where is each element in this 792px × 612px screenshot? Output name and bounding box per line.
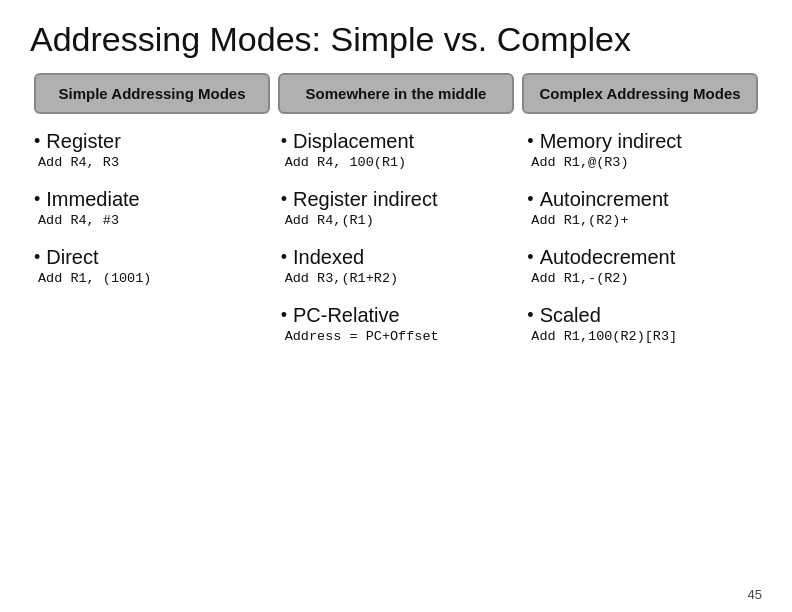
entry-autoincrement: • AutoincrementAdd R1,(R2)+: [527, 188, 758, 228]
entry-indexed: • IndexedAdd R3,(R1+R2): [281, 246, 512, 286]
entry-code-memory-indirect: Add R1,@(R3): [531, 155, 758, 170]
footer-number: 45: [30, 583, 762, 602]
entry-title-memory-indirect: • Memory indirect: [527, 130, 758, 153]
entry-code-autoincrement: Add R1,(R2)+: [531, 213, 758, 228]
complex-col: • Memory indirectAdd R1,@(R3)• Autoincre…: [519, 130, 762, 583]
entry-title-direct: • Direct: [34, 246, 265, 269]
bullet-icon: •: [34, 189, 40, 210]
header-row: Simple Addressing ModesSomewhere in the …: [30, 73, 762, 114]
entry-register-indirect: • Register indirectAdd R4,(R1): [281, 188, 512, 228]
bullet-icon: •: [34, 131, 40, 152]
entry-title-pc-relative: • PC-Relative: [281, 304, 512, 327]
entry-code-register: Add R4, R3: [38, 155, 265, 170]
bullet-icon: •: [527, 247, 533, 268]
page: Addressing Modes: Simple vs. Complex Sim…: [0, 0, 792, 612]
simple-col: • RegisterAdd R4, R3• ImmediateAdd R4, #…: [30, 130, 273, 583]
entry-displacement: • DisplacementAdd R4, 100(R1): [281, 130, 512, 170]
entry-autodecrement: • AutodecrementAdd R1,-(R2): [527, 246, 758, 286]
entry-register: • RegisterAdd R4, R3: [34, 130, 265, 170]
header-cell-simple: Simple Addressing Modes: [34, 73, 270, 114]
bullet-icon: •: [281, 189, 287, 210]
entry-code-immediate: Add R4, #3: [38, 213, 265, 228]
middle-col: • DisplacementAdd R4, 100(R1)• Register …: [273, 130, 520, 583]
entry-title-register-indirect: • Register indirect: [281, 188, 512, 211]
entry-pc-relative: • PC-RelativeAddress = PC+Offset: [281, 304, 512, 344]
bullet-icon: •: [527, 131, 533, 152]
entry-title-immediate: • Immediate: [34, 188, 265, 211]
header-cell-middle: Somewhere in the middle: [278, 73, 514, 114]
bullet-icon: •: [34, 247, 40, 268]
entry-code-scaled: Add R1,100(R2)[R3]: [531, 329, 758, 344]
entry-code-displacement: Add R4, 100(R1): [285, 155, 512, 170]
entry-title-displacement: • Displacement: [281, 130, 512, 153]
page-title: Addressing Modes: Simple vs. Complex: [30, 20, 762, 59]
entry-title-autodecrement: • Autodecrement: [527, 246, 758, 269]
entry-scaled: • ScaledAdd R1,100(R2)[R3]: [527, 304, 758, 344]
entry-title-scaled: • Scaled: [527, 304, 758, 327]
header-cell-complex: Complex Addressing Modes: [522, 73, 758, 114]
bullet-icon: •: [281, 247, 287, 268]
entry-code-autodecrement: Add R1,-(R2): [531, 271, 758, 286]
entry-code-register-indirect: Add R4,(R1): [285, 213, 512, 228]
bullet-icon: •: [527, 305, 533, 326]
entry-code-direct: Add R1, (1001): [38, 271, 265, 286]
entry-immediate: • ImmediateAdd R4, #3: [34, 188, 265, 228]
entry-code-indexed: Add R3,(R1+R2): [285, 271, 512, 286]
content-row: • RegisterAdd R4, R3• ImmediateAdd R4, #…: [30, 130, 762, 583]
bullet-icon: •: [281, 305, 287, 326]
entry-direct: • DirectAdd R1, (1001): [34, 246, 265, 286]
entry-memory-indirect: • Memory indirectAdd R1,@(R3): [527, 130, 758, 170]
entry-title-autoincrement: • Autoincrement: [527, 188, 758, 211]
bullet-icon: •: [281, 131, 287, 152]
bullet-icon: •: [527, 189, 533, 210]
entry-title-register: • Register: [34, 130, 265, 153]
entry-title-indexed: • Indexed: [281, 246, 512, 269]
entry-code-pc-relative: Address = PC+Offset: [285, 329, 512, 344]
